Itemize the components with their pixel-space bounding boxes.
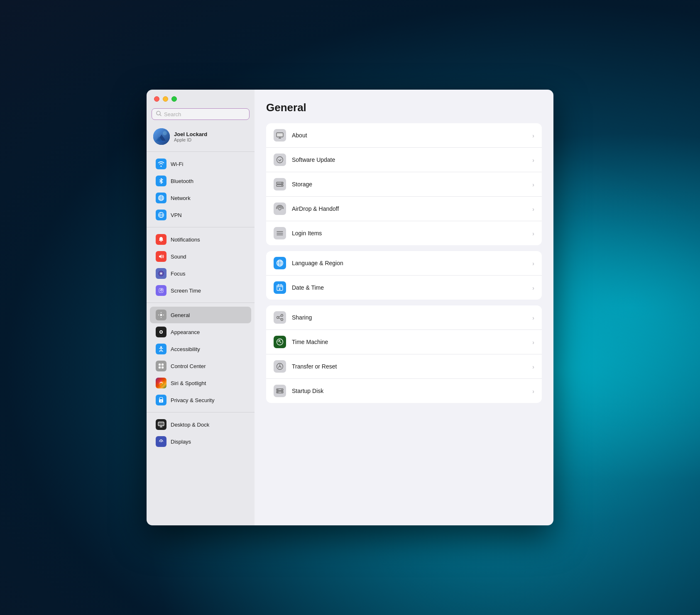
svg-text:⏱: ⏱ — [160, 288, 163, 292]
login-items-label: Login Items — [292, 230, 526, 237]
sidebar-label-displays: Displays — [171, 439, 191, 445]
settings-row-sharing[interactable]: Sharing › — [266, 305, 542, 330]
storage-chevron: › — [532, 181, 534, 188]
privacy-icon — [156, 395, 166, 405]
sidebar-item-accessibility[interactable]: Accessibility — [150, 341, 251, 357]
displays-icon — [156, 436, 166, 447]
transfer-chevron: › — [532, 363, 534, 370]
screentime-icon: ⏱ — [156, 285, 166, 296]
close-button[interactable] — [154, 96, 159, 102]
sidebar-label-notifications: Notifications — [171, 237, 200, 243]
settings-row-startup[interactable]: Startup Disk › — [266, 379, 542, 403]
sharing-chevron: › — [532, 314, 534, 321]
language-icon — [274, 257, 286, 269]
divider-3 — [147, 303, 255, 303]
svg-rect-44 — [159, 422, 164, 425]
sidebar-item-appearance[interactable]: Appearance — [150, 324, 251, 340]
timemachine-label: Time Machine — [292, 339, 526, 345]
svg-point-40 — [161, 400, 162, 401]
sidebar-item-wifi[interactable]: Wi-Fi — [150, 156, 251, 172]
airdrop-label: AirDrop & Handoff — [292, 205, 526, 212]
svg-point-80 — [281, 389, 282, 390]
sidebar-label-sound: Sound — [171, 254, 186, 260]
svg-rect-34 — [162, 364, 164, 366]
login-items-icon — [274, 227, 286, 239]
focus-icon — [156, 268, 166, 279]
sidebar-label-siri: Siri & Spotlight — [171, 380, 206, 386]
settings-row-language[interactable]: Language & Region › — [266, 251, 542, 276]
appearance-icon — [156, 327, 166, 337]
sidebar-label-wifi: Wi-Fi — [171, 161, 183, 167]
timemachine-icon — [274, 336, 286, 348]
svg-point-38 — [161, 382, 162, 383]
about-label: About — [292, 132, 526, 139]
sidebar-item-bluetooth[interactable]: Bluetooth — [150, 173, 251, 189]
controlcenter-icon — [156, 361, 166, 371]
software-update-chevron: › — [532, 156, 534, 164]
svg-point-32 — [160, 347, 162, 348]
software-update-icon — [274, 154, 286, 166]
sidebar-item-privacy[interactable]: Privacy & Security — [150, 392, 251, 408]
sidebar-item-screentime[interactable]: ⏱ Screen Time — [150, 282, 251, 299]
settings-row-about[interactable]: About › — [266, 123, 542, 148]
sidebar-item-vpn[interactable]: VPN — [150, 207, 251, 223]
startup-icon — [274, 385, 286, 397]
sidebar-section-system: General Appearance — [147, 305, 255, 410]
sidebar-item-displays[interactable]: Displays — [150, 433, 251, 450]
svg-point-51 — [277, 157, 283, 163]
software-update-label: Software Update — [292, 156, 526, 163]
user-info: Joel Lockard Apple ID — [174, 131, 207, 142]
sidebar: Joel Lockard Apple ID Wi-Fi — [147, 90, 255, 525]
search-bar[interactable] — [152, 108, 250, 120]
user-name: Joel Lockard — [174, 131, 207, 137]
settings-row-storage[interactable]: Storage › — [266, 172, 542, 197]
sidebar-item-network[interactable]: Network — [150, 190, 251, 206]
sidebar-item-controlcenter[interactable]: Control Center — [150, 358, 251, 374]
user-profile[interactable]: Joel Lockard Apple ID — [147, 125, 255, 150]
avatar — [153, 128, 170, 145]
sidebar-label-network: Network — [171, 195, 191, 201]
airdrop-chevron: › — [532, 205, 534, 212]
minimize-button[interactable] — [163, 96, 168, 102]
settings-row-timemachine[interactable]: Time Machine › — [266, 330, 542, 354]
sidebar-item-desktop[interactable]: Desktop & Dock — [150, 416, 251, 433]
settings-row-transfer[interactable]: Transfer or Reset › — [266, 354, 542, 379]
sidebar-item-focus[interactable]: Focus — [150, 265, 251, 282]
wifi-icon — [156, 159, 166, 169]
svg-rect-28 — [163, 315, 164, 315]
settings-row-login-items[interactable]: Login Items › — [266, 221, 542, 245]
sidebar-item-general[interactable]: General — [150, 307, 251, 323]
sidebar-item-siri[interactable]: Siri & Spotlight — [150, 375, 251, 391]
main-content: General About › — [255, 90, 553, 525]
settings-row-datetime[interactable]: ▶ Date & Time › — [266, 276, 542, 300]
language-chevron: › — [532, 260, 534, 267]
storage-icon — [274, 178, 286, 190]
svg-point-19 — [160, 273, 162, 274]
sidebar-label-vpn: VPN — [171, 212, 182, 218]
storage-label: Storage — [292, 181, 526, 188]
sidebar-label-desktop: Desktop & Dock — [171, 422, 209, 428]
svg-point-24 — [160, 314, 162, 316]
sidebar-label-bluetooth: Bluetooth — [171, 178, 193, 184]
settings-row-software-update[interactable]: Software Update › — [266, 148, 542, 172]
datetime-chevron: › — [532, 284, 534, 291]
settings-group-2: Language & Region › ▶ Date & Time › — [266, 251, 542, 300]
svg-point-37 — [158, 380, 164, 386]
svg-rect-36 — [162, 366, 164, 369]
settings-row-airdrop[interactable]: AirDrop & Handoff › — [266, 197, 542, 221]
sidebar-item-notifications[interactable]: Notifications — [150, 231, 251, 248]
svg-point-56 — [279, 207, 281, 210]
divider-1 — [147, 151, 255, 152]
sidebar-label-accessibility: Accessibility — [171, 346, 200, 352]
desktop-icon — [156, 419, 166, 430]
sidebar-label-privacy: Privacy & Security — [171, 397, 214, 403]
svg-point-31 — [160, 331, 162, 333]
search-input[interactable] — [164, 111, 245, 117]
notifications-icon — [156, 234, 166, 245]
svg-text:▶: ▶ — [279, 288, 281, 290]
maximize-button[interactable] — [171, 96, 177, 102]
svg-line-74 — [279, 318, 281, 319]
sound-icon — [156, 251, 166, 262]
svg-point-81 — [281, 392, 282, 393]
sidebar-item-sound[interactable]: Sound — [150, 248, 251, 265]
